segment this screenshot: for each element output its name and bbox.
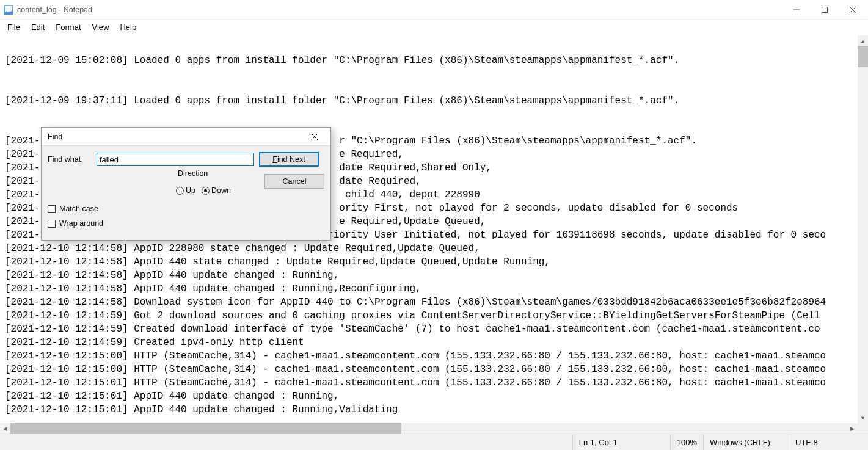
status-position: Ln 1, Col 1	[572, 434, 670, 450]
scroll-corner	[858, 423, 868, 434]
scroll-up-arrow-icon[interactable]: ▲	[858, 35, 868, 46]
direction-down-radio[interactable]: Down	[202, 186, 231, 195]
minimize-button[interactable]	[782, 1, 811, 19]
direction-label: Direction	[176, 169, 210, 178]
wrap-around-checkbox[interactable]: Wrap around	[48, 219, 103, 228]
vertical-scroll-thumb[interactable]	[858, 46, 868, 67]
maximize-button[interactable]	[811, 1, 839, 19]
status-encoding: UTF-8	[789, 434, 868, 450]
scroll-left-arrow-icon[interactable]: ◀	[0, 423, 10, 434]
direction-group: Direction Up Down	[171, 172, 250, 208]
window-buttons	[782, 1, 867, 19]
close-button[interactable]	[839, 1, 867, 19]
vertical-scrollbar[interactable]: ▲ ▼	[858, 35, 868, 423]
cancel-button[interactable]: Cancel	[264, 174, 324, 189]
menubar: File Edit Format View Help	[0, 21, 868, 33]
radio-icon	[176, 187, 184, 195]
find-what-input[interactable]	[97, 153, 254, 166]
menu-help[interactable]: Help	[115, 21, 141, 33]
checkbox-icon	[48, 220, 56, 228]
menu-edit[interactable]: Edit	[26, 21, 49, 33]
radio-checked-icon	[202, 187, 210, 195]
find-dialog: Find Find what: Find Next Cancel Directi…	[41, 127, 331, 241]
status-eol: Windows (CRLF)	[703, 434, 789, 450]
scroll-down-arrow-icon[interactable]: ▼	[858, 413, 868, 423]
find-dialog-title: Find	[48, 132, 62, 141]
menu-file[interactable]: File	[2, 21, 25, 33]
svg-rect-1	[822, 7, 828, 12]
status-zoom: 100%	[670, 434, 703, 450]
scroll-right-arrow-icon[interactable]: ▶	[847, 423, 858, 434]
status-spacer	[0, 434, 572, 450]
titlebar: content_log - Notepad	[0, 0, 868, 20]
find-dialog-body: Find what: Find Next Cancel Direction Up…	[42, 146, 330, 240]
checkbox-icon	[48, 205, 56, 213]
find-what-label: Find what:	[48, 155, 92, 164]
match-case-checkbox[interactable]: Match case	[48, 205, 103, 213]
find-next-button[interactable]: Find Next	[259, 152, 319, 167]
statusbar: Ln 1, Col 1 100% Windows (CRLF) UTF-8	[0, 434, 868, 450]
horizontal-scroll-thumb[interactable]	[10, 423, 401, 434]
find-next-label: ind Next	[277, 155, 305, 164]
notepad-icon	[4, 5, 13, 15]
find-dialog-titlebar[interactable]: Find	[42, 128, 330, 146]
window-title: content_log - Notepad	[17, 5, 92, 14]
menu-format[interactable]: Format	[51, 21, 86, 33]
direction-up-radio[interactable]: Up	[176, 186, 195, 195]
menu-view[interactable]: View	[87, 21, 114, 33]
horizontal-scrollbar[interactable]: ◀ ▶	[0, 423, 858, 434]
find-close-button[interactable]	[302, 129, 327, 145]
